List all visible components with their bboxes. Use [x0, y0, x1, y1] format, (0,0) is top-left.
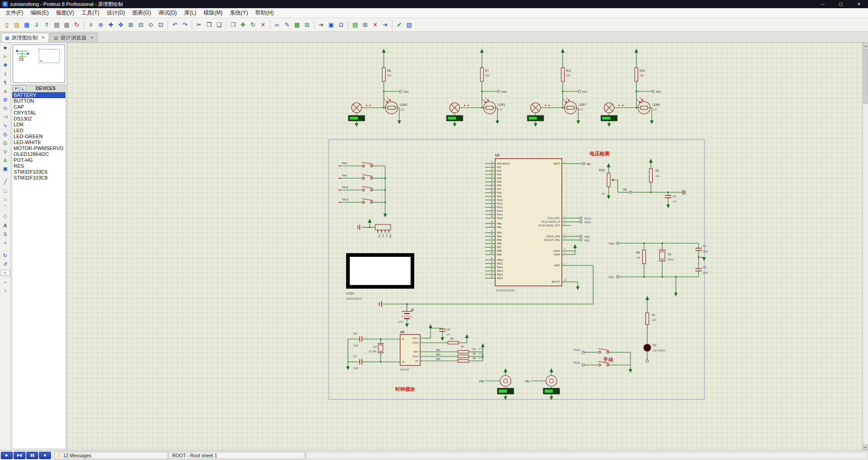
device-list-item-LDR[interactable]: LDR: [12, 122, 65, 128]
save-design-icon[interactable]: ▦: [22, 20, 32, 30]
rotate-anticlockwise-icon[interactable]: ↺: [1, 260, 10, 269]
menu-item-5[interactable]: 图表(G): [129, 8, 154, 18]
ldr-sensor-group-LDR7[interactable]: R1110KPA7LDR7LDR: [527, 49, 588, 127]
bus-mode-icon[interactable]: ≡: [1, 87, 10, 95]
packaging-tool-icon[interactable]: ▦: [292, 20, 302, 30]
zoom-all-icon[interactable]: ⊙: [146, 20, 156, 30]
menu-item-0[interactable]: 文件(F): [2, 8, 27, 18]
schematic-canvas[interactable]: R510KPA4LDR2LDRR710KPA5LDR1LDRR1110KPA7L…: [67, 43, 863, 450]
text-script-mode-icon[interactable]: ¶: [1, 78, 10, 87]
export-section-icon[interactable]: ⇑: [42, 20, 52, 30]
clock-module-section[interactable]: B13.6VU5DS1302X1X2X332.768kC630pFC730pFC…: [346, 304, 485, 392]
stop-button[interactable]: ■: [39, 452, 51, 459]
tab-design-explorer[interactable]: ▤设计浏览器✕: [50, 33, 98, 42]
ldr-sensor-group-LDR2[interactable]: R510KPA4LDR2LDR: [348, 49, 409, 127]
device-list-item-MOTOR-PWMSERVO[interactable]: MOTOR-PWMSERVO: [12, 145, 65, 151]
wire-autorouter-icon[interactable]: ➔: [316, 20, 326, 30]
play-button[interactable]: ▶: [1, 452, 13, 459]
design-explorer-icon[interactable]: ▤: [350, 20, 360, 30]
new-design-icon[interactable]: ▯: [2, 20, 12, 30]
goto-sheet-icon[interactable]: ➔: [380, 20, 390, 30]
manual-buttons-section[interactable]: PC13PC14手动: [574, 349, 632, 373]
open-design-icon[interactable]: ▨: [12, 20, 22, 30]
scrollbar-thumb[interactable]: [863, 49, 868, 104]
menu-item-1[interactable]: 编辑(E): [27, 8, 52, 18]
mirror-vertical-icon[interactable]: ↕: [1, 285, 10, 294]
block-delete-icon[interactable]: ✕: [258, 20, 268, 30]
menu-item-9[interactable]: 系统(Y): [226, 8, 252, 18]
block-move-icon[interactable]: ✥: [238, 20, 248, 30]
new-sheet-icon[interactable]: ⊞: [360, 20, 370, 30]
redraw-icon[interactable]: ↻: [72, 20, 82, 30]
overview-panel[interactable]: [13, 45, 65, 83]
marker-2d-icon[interactable]: +: [1, 238, 10, 247]
voltage-detect-section[interactable]: 电压检测RV51kR110kREC11nF: [590, 151, 685, 208]
minimize-button[interactable]: —: [813, 0, 832, 8]
wire-label-mode-icon[interactable]: ℓ: [1, 70, 10, 78]
voltage-probe-mode-icon[interactable]: V: [1, 147, 10, 156]
device-pin-mode-icon[interactable]: ⊣: [1, 113, 10, 121]
menu-item-8[interactable]: 模版(M): [200, 8, 226, 18]
step-button[interactable]: ▶▮: [14, 452, 25, 459]
tape-recorder-mode-icon[interactable]: ◎: [1, 130, 10, 139]
menu-item-7[interactable]: 库(L): [180, 8, 200, 18]
text-2d-icon[interactable]: A: [1, 221, 10, 230]
message-panel[interactable]: ⚠ 12 Messages: [55, 452, 168, 459]
current-probe-mode-icon[interactable]: A: [1, 156, 10, 165]
generator-mode-icon[interactable]: G: [1, 139, 10, 147]
property-assignment-icon[interactable]: Ω: [336, 20, 346, 30]
device-list-item-LED-WHITE[interactable]: LED-WHITE: [12, 140, 65, 145]
scroll-up-icon[interactable]: ▲: [863, 43, 868, 48]
menu-item-6[interactable]: 调试(D): [155, 8, 181, 18]
paste-icon[interactable]: ❏: [214, 20, 224, 30]
cut-icon[interactable]: ✂: [194, 20, 204, 30]
library-button[interactable]: L: [20, 85, 26, 91]
copy-icon[interactable]: ❐: [204, 20, 214, 30]
device-list-item-STM32F103C8[interactable]: STM32F103C8: [12, 175, 65, 181]
decompose-icon[interactable]: ⊞: [302, 20, 312, 30]
device-list-item-BUTTON[interactable]: BUTTON: [12, 98, 65, 104]
crystal-oscillator-section[interactable]: PD0PD1R21MX18MHzC222pFC322pF: [609, 242, 708, 296]
pause-button[interactable]: ▮▮: [26, 452, 38, 459]
vertical-scrollbar[interactable]: ▲ ▼: [863, 43, 868, 450]
component-mode-icon[interactable]: ⊳: [1, 52, 10, 61]
mirror-horizontal-icon[interactable]: ↔: [1, 277, 10, 285]
center-at-cursor-icon[interactable]: ✚: [106, 20, 116, 30]
arc-2d-icon[interactable]: ⌒: [1, 204, 10, 212]
tab-close-icon[interactable]: ✕: [41, 35, 45, 40]
undo-icon[interactable]: ↶: [170, 20, 180, 30]
oled-header[interactable]: GNDVCCSCLSDA: [358, 219, 392, 238]
subcircuit-mode-icon[interactable]: ⊞: [1, 95, 10, 104]
ldr-sensor-group-LDR6[interactable]: R1010KPA6LDR6LDR: [601, 49, 661, 127]
circle-2d-icon[interactable]: ○: [1, 195, 10, 204]
ldr-sensor-group-LDR1[interactable]: R710KPA5LDR1LDR: [446, 49, 507, 127]
junction-dot-mode-icon[interactable]: ✚: [1, 61, 10, 70]
mark-output-area-icon[interactable]: ▩: [62, 20, 72, 30]
mcu-U1[interactable]: U1STM32F103C810PA0-WKUP11PA112PA213PA314…: [485, 153, 571, 292]
tab-close-icon[interactable]: ✕: [90, 35, 94, 40]
key-buttons-section[interactable]: PA0PA2PA11PA12: [338, 162, 387, 217]
device-list-item-OLED12864I2C[interactable]: OLED12864I2C: [12, 151, 65, 157]
false-origin-icon[interactable]: ⊕: [96, 20, 106, 30]
virtual-instruments-mode-icon[interactable]: ▣: [1, 165, 10, 173]
scroll-down-icon[interactable]: ▼: [863, 445, 868, 450]
close-button[interactable]: ✕: [850, 0, 868, 8]
led-indicator-section[interactable]: R310RD1LED-GREEN: [644, 296, 666, 362]
terminal-mode-icon[interactable]: ⊙: [1, 104, 10, 113]
device-list-item-CAP[interactable]: CAP: [12, 104, 65, 110]
tab-schematic-capture[interactable]: ▦原理图绘制✕: [1, 33, 49, 42]
redo-icon[interactable]: ↷: [180, 20, 190, 30]
menu-item-2[interactable]: 视图(V): [52, 8, 78, 18]
menu-item-3[interactable]: 工具(T): [78, 8, 103, 18]
netlist-to-ares-icon[interactable]: ▧: [404, 20, 414, 30]
make-device-icon[interactable]: ✎: [282, 20, 292, 30]
line-2d-icon[interactable]: ╱: [1, 178, 10, 186]
search-tag-icon[interactable]: ▣: [326, 20, 336, 30]
path-2d-icon[interactable]: ◇: [1, 212, 10, 221]
block-rotate-icon[interactable]: ↻: [248, 20, 258, 30]
device-list-item-LED-GREEN[interactable]: LED-GREEN: [12, 134, 65, 140]
rotate-clockwise-icon[interactable]: ↻: [1, 251, 10, 260]
pick-parts-icon[interactable]: ∞: [272, 20, 282, 30]
device-list-item-RES[interactable]: RES: [12, 163, 65, 169]
pan-icon[interactable]: ✥: [116, 20, 126, 30]
